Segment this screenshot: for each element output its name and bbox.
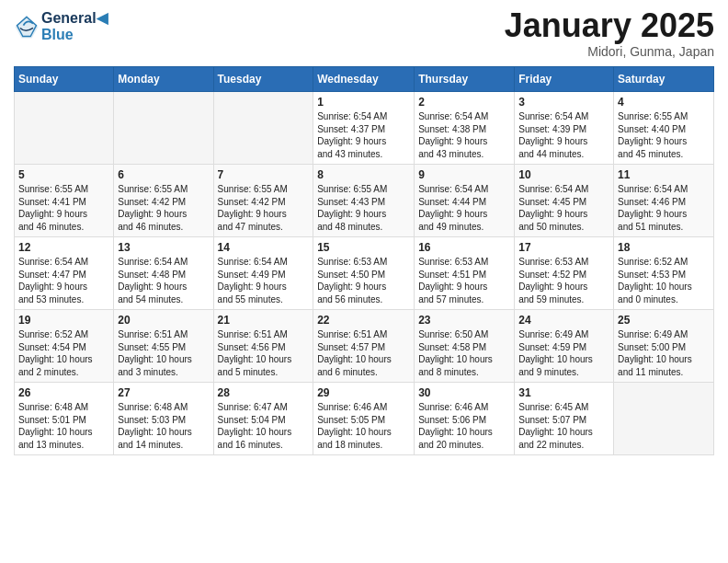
calendar-cell: 29Sunrise: 6:46 AM Sunset: 5:05 PM Dayli… (313, 383, 415, 455)
calendar-cell: 8Sunrise: 6:55 AM Sunset: 4:43 PM Daylig… (313, 165, 415, 237)
day-number: 18 (618, 241, 710, 254)
day-info: Sunrise: 6:54 AM Sunset: 4:45 PM Dayligh… (518, 183, 609, 233)
day-number: 15 (317, 241, 410, 254)
logo: General◀ Blue (14, 9, 108, 43)
calendar-cell: 6Sunrise: 6:55 AM Sunset: 4:42 PM Daylig… (114, 165, 213, 237)
calendar-cell: 24Sunrise: 6:49 AM Sunset: 4:59 PM Dayli… (515, 310, 614, 383)
col-thursday: Thursday (415, 67, 515, 92)
day-number: 14 (218, 241, 310, 254)
day-number: 31 (518, 386, 609, 399)
day-info: Sunrise: 6:47 AM Sunset: 5:04 PM Dayligh… (218, 401, 310, 451)
calendar-table: Sunday Monday Tuesday Wednesday Thursday… (14, 66, 714, 455)
day-info: Sunrise: 6:54 AM Sunset: 4:44 PM Dayligh… (418, 183, 510, 233)
day-number: 5 (18, 168, 109, 181)
day-number: 19 (18, 314, 109, 327)
calendar-week-4: 19Sunrise: 6:52 AM Sunset: 4:54 PM Dayli… (15, 310, 714, 383)
col-wednesday: Wednesday (313, 67, 415, 92)
day-info: Sunrise: 6:55 AM Sunset: 4:40 PM Dayligh… (618, 110, 710, 160)
calendar-cell: 27Sunrise: 6:48 AM Sunset: 5:03 PM Dayli… (114, 383, 213, 455)
day-info: Sunrise: 6:45 AM Sunset: 5:07 PM Dayligh… (518, 401, 609, 451)
calendar-cell (15, 92, 114, 165)
day-info: Sunrise: 6:48 AM Sunset: 5:01 PM Dayligh… (18, 401, 109, 451)
day-number: 1 (317, 96, 410, 109)
calendar-cell: 10Sunrise: 6:54 AM Sunset: 4:45 PM Dayli… (515, 165, 614, 237)
calendar-cell: 11Sunrise: 6:54 AM Sunset: 4:46 PM Dayli… (614, 165, 714, 237)
day-info: Sunrise: 6:53 AM Sunset: 4:50 PM Dayligh… (317, 256, 410, 305)
day-info: Sunrise: 6:50 AM Sunset: 4:58 PM Dayligh… (418, 328, 510, 378)
day-info: Sunrise: 6:55 AM Sunset: 4:41 PM Dayligh… (18, 183, 109, 233)
col-saturday: Saturday (614, 67, 714, 92)
calendar-cell (614, 383, 714, 455)
calendar-cell: 5Sunrise: 6:55 AM Sunset: 4:41 PM Daylig… (15, 165, 114, 237)
day-number: 26 (18, 386, 109, 399)
day-info: Sunrise: 6:54 AM Sunset: 4:38 PM Dayligh… (418, 110, 510, 160)
calendar-week-3: 12Sunrise: 6:54 AM Sunset: 4:47 PM Dayli… (15, 237, 714, 310)
calendar-cell: 16Sunrise: 6:53 AM Sunset: 4:51 PM Dayli… (415, 237, 515, 310)
calendar-cell: 3Sunrise: 6:54 AM Sunset: 4:39 PM Daylig… (515, 92, 614, 165)
day-info: Sunrise: 6:49 AM Sunset: 4:59 PM Dayligh… (518, 328, 609, 378)
calendar-cell (114, 92, 213, 165)
calendar-week-2: 5Sunrise: 6:55 AM Sunset: 4:41 PM Daylig… (15, 165, 714, 237)
day-number: 3 (518, 96, 609, 109)
day-number: 20 (118, 314, 209, 327)
day-info: Sunrise: 6:46 AM Sunset: 5:06 PM Dayligh… (418, 401, 510, 451)
day-info: Sunrise: 6:54 AM Sunset: 4:46 PM Dayligh… (618, 183, 710, 233)
day-info: Sunrise: 6:54 AM Sunset: 4:47 PM Dayligh… (18, 256, 109, 305)
header: General◀ Blue January 2025 Midori, Gunma… (14, 9, 714, 59)
calendar-cell: 4Sunrise: 6:55 AM Sunset: 4:40 PM Daylig… (614, 92, 714, 165)
day-number: 13 (118, 241, 209, 254)
day-info: Sunrise: 6:54 AM Sunset: 4:37 PM Dayligh… (317, 110, 410, 160)
calendar-cell: 7Sunrise: 6:55 AM Sunset: 4:42 PM Daylig… (213, 165, 313, 237)
col-sunday: Sunday (15, 67, 114, 92)
day-number: 17 (518, 241, 609, 254)
day-info: Sunrise: 6:48 AM Sunset: 5:03 PM Dayligh… (118, 401, 209, 451)
col-tuesday: Tuesday (213, 67, 313, 92)
day-info: Sunrise: 6:53 AM Sunset: 4:51 PM Dayligh… (418, 256, 510, 305)
day-number: 16 (418, 241, 510, 254)
col-friday: Friday (515, 67, 614, 92)
day-number: 30 (418, 386, 510, 399)
day-info: Sunrise: 6:51 AM Sunset: 4:55 PM Dayligh… (118, 328, 209, 378)
calendar-header-row: Sunday Monday Tuesday Wednesday Thursday… (15, 67, 714, 92)
calendar-cell: 19Sunrise: 6:52 AM Sunset: 4:54 PM Dayli… (15, 310, 114, 383)
day-info: Sunrise: 6:52 AM Sunset: 4:54 PM Dayligh… (18, 328, 109, 378)
calendar-week-1: 1Sunrise: 6:54 AM Sunset: 4:37 PM Daylig… (15, 92, 714, 165)
calendar-cell: 13Sunrise: 6:54 AM Sunset: 4:48 PM Dayli… (114, 237, 213, 310)
title-section: January 2025 Midori, Gunma, Japan (505, 9, 714, 59)
calendar-cell: 1Sunrise: 6:54 AM Sunset: 4:37 PM Daylig… (313, 92, 415, 165)
month-title: January 2025 (505, 9, 714, 42)
day-number: 23 (418, 314, 510, 327)
calendar-cell: 18Sunrise: 6:52 AM Sunset: 4:53 PM Dayli… (614, 237, 714, 310)
calendar-cell: 12Sunrise: 6:54 AM Sunset: 4:47 PM Dayli… (15, 237, 114, 310)
logo-icon (14, 14, 40, 40)
day-number: 12 (18, 241, 109, 254)
calendar-cell: 14Sunrise: 6:54 AM Sunset: 4:49 PM Dayli… (213, 237, 313, 310)
day-number: 27 (118, 386, 209, 399)
day-number: 24 (518, 314, 609, 327)
day-info: Sunrise: 6:51 AM Sunset: 4:57 PM Dayligh… (317, 328, 410, 378)
day-info: Sunrise: 6:55 AM Sunset: 4:42 PM Dayligh… (218, 183, 310, 233)
day-info: Sunrise: 6:54 AM Sunset: 4:39 PM Dayligh… (518, 110, 609, 160)
calendar-week-5: 26Sunrise: 6:48 AM Sunset: 5:01 PM Dayli… (15, 383, 714, 455)
day-info: Sunrise: 6:51 AM Sunset: 4:56 PM Dayligh… (218, 328, 310, 378)
calendar-cell: 30Sunrise: 6:46 AM Sunset: 5:06 PM Dayli… (415, 383, 515, 455)
calendar-cell: 22Sunrise: 6:51 AM Sunset: 4:57 PM Dayli… (313, 310, 415, 383)
calendar-cell: 23Sunrise: 6:50 AM Sunset: 4:58 PM Dayli… (415, 310, 515, 383)
logo-text: General◀ Blue (41, 9, 108, 43)
day-number: 7 (218, 168, 310, 181)
day-number: 21 (218, 314, 310, 327)
day-info: Sunrise: 6:54 AM Sunset: 4:48 PM Dayligh… (118, 256, 209, 305)
calendar-cell: 15Sunrise: 6:53 AM Sunset: 4:50 PM Dayli… (313, 237, 415, 310)
day-number: 2 (418, 96, 510, 109)
calendar-cell: 2Sunrise: 6:54 AM Sunset: 4:38 PM Daylig… (415, 92, 515, 165)
calendar-cell (213, 92, 313, 165)
svg-marker-0 (15, 15, 38, 38)
calendar-cell: 25Sunrise: 6:49 AM Sunset: 5:00 PM Dayli… (614, 310, 714, 383)
calendar-cell: 31Sunrise: 6:45 AM Sunset: 5:07 PM Dayli… (515, 383, 614, 455)
day-number: 29 (317, 386, 410, 399)
day-number: 4 (618, 96, 710, 109)
location: Midori, Gunma, Japan (505, 44, 714, 59)
col-monday: Monday (114, 67, 213, 92)
calendar-cell: 21Sunrise: 6:51 AM Sunset: 4:56 PM Dayli… (213, 310, 313, 383)
day-number: 25 (618, 314, 710, 327)
